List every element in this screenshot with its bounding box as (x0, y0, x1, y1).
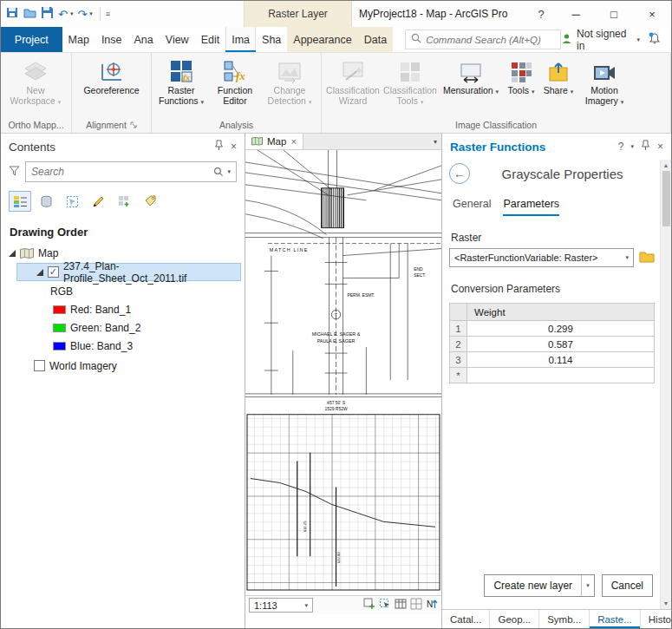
pin-icon[interactable] (214, 140, 224, 154)
select-features-icon[interactable] (379, 598, 391, 613)
redo-caret-icon[interactable]: ▾ (89, 10, 93, 17)
scroll-up-icon[interactable]: ▲ (663, 160, 669, 171)
map-view-tab[interactable]: Map × (245, 134, 303, 149)
table-row[interactable]: 1 0.299 (450, 321, 655, 337)
mensuration-button[interactable]: Mensuration ▾ (439, 55, 503, 97)
table-row[interactable]: 3 0.114 (450, 352, 655, 368)
tab-data[interactable]: Data (358, 27, 393, 52)
alignment-dialog-launcher-icon[interactable] (130, 120, 137, 130)
tab-appearance[interactable]: Appearance (287, 27, 357, 52)
function-editor-button[interactable]: fx Function Editor (208, 55, 262, 106)
contents-search[interactable]: ▾ (25, 161, 237, 182)
create-new-layer-caret-icon[interactable]: ▾ (581, 575, 594, 596)
back-button[interactable]: ← (449, 163, 470, 184)
tab-data-source[interactable] (35, 191, 57, 212)
pane-help-icon[interactable]: ? (618, 141, 624, 153)
contents-search-input[interactable] (31, 166, 210, 178)
share-button[interactable]: Share ▾ (539, 55, 577, 97)
classification-wizard-button[interactable]: Classification Wizard (324, 55, 382, 106)
rgb-row: RGB (1, 282, 245, 300)
help-icon[interactable]: ? (528, 1, 554, 27)
scrollbar-thumb[interactable] (662, 171, 670, 226)
close-button[interactable]: × (633, 1, 671, 27)
tab-geoprocessing[interactable]: Geop... (490, 610, 539, 628)
command-search-input[interactable] (426, 35, 555, 45)
raster-functions-button[interactable]: fx Raster Functions ▾ (154, 55, 208, 108)
table-row[interactable]: * (450, 368, 655, 383)
tab-catalog[interactable]: Catal... (442, 610, 490, 628)
tab-snapping[interactable] (113, 191, 135, 212)
attribute-table-icon[interactable] (395, 598, 407, 613)
expanded-caret-icon[interactable] (8, 249, 16, 257)
scroll-down-icon[interactable]: ▼ (663, 598, 669, 609)
layer-row-raster[interactable]: ✓ 237.4_Plan-Profile_Sheet_Oct_2011.tif (16, 263, 241, 281)
pixel-grid-icon[interactable] (410, 598, 422, 613)
tab-drawing-order[interactable] (9, 191, 31, 212)
tab-general[interactable]: General (453, 198, 491, 216)
save-project-icon[interactable] (41, 6, 54, 22)
share-caret-icon: ▾ (571, 88, 574, 95)
expanded-caret-icon[interactable] (36, 268, 43, 276)
classification-tools-button[interactable]: Classification Tools ▾ (382, 55, 439, 108)
tab-project[interactable]: Project (1, 27, 62, 52)
tab-labeling[interactable] (139, 191, 161, 212)
band-row-blue[interactable]: Blue: Band_3 (1, 337, 245, 355)
table-row[interactable]: 2 0.587 (450, 337, 655, 352)
north-arrow-icon[interactable]: N (426, 598, 438, 613)
redo-icon[interactable]: ↷ (77, 8, 87, 21)
maximize-button[interactable]: □ (595, 1, 633, 27)
tab-share[interactable]: Sha (256, 27, 287, 52)
world-imagery-checkbox-unchecked[interactable] (34, 360, 45, 371)
tab-symbology[interactable]: Symb... (539, 610, 590, 628)
band-row-green[interactable]: Green: Band_2 (1, 318, 245, 337)
customize-toolbar-icon[interactable]: ≡ (106, 10, 110, 18)
map-tab-close-icon[interactable]: × (290, 136, 296, 147)
weight-value[interactable] (467, 368, 655, 383)
tab-imagery[interactable]: Ima (225, 27, 256, 52)
weight-value[interactable]: 0.299 (467, 321, 655, 337)
sign-in-status[interactable]: Not signed in ▾ (561, 28, 640, 52)
tab-editing[interactable] (87, 191, 109, 212)
georeference-button[interactable]: Georeference (76, 55, 147, 95)
tab-strip-caret-icon[interactable]: ▾ (434, 138, 441, 146)
tab-parameters[interactable]: Parameters (503, 198, 559, 216)
add-data-icon[interactable] (363, 598, 375, 613)
pane-close-icon[interactable]: × (657, 141, 663, 153)
pane-menu-caret-icon[interactable]: ▾ (630, 143, 634, 150)
notifications-bell-icon[interactable] (649, 32, 661, 48)
raster-layer-checkbox-checked[interactable]: ✓ (48, 266, 59, 278)
tab-map[interactable]: Map (62, 27, 95, 52)
motion-imagery-button[interactable]: Motion Imagery ▾ (577, 55, 631, 108)
tab-history[interactable]: History (641, 610, 672, 628)
weight-value[interactable]: 0.114 (467, 352, 655, 368)
change-detection-button[interactable]: Change Detection ▾ (262, 55, 317, 108)
contents-close-icon[interactable]: × (231, 141, 237, 153)
undo-caret-icon[interactable]: ▾ (70, 10, 74, 17)
layer-row-world-imagery[interactable]: World Imagery (1, 357, 245, 375)
map-canvas[interactable]: MATCH LINE PERM. ESMT. T MICHAEL E. SAGE… (245, 150, 441, 595)
scale-selector[interactable]: 1:113 ▾ (249, 598, 313, 613)
tab-insert[interactable]: Inse (95, 27, 128, 52)
pane-scrollbar[interactable]: ▲ ▼ (660, 160, 671, 609)
filter-icon[interactable] (9, 166, 20, 179)
pane-pin-icon[interactable] (641, 140, 650, 154)
tab-edit[interactable]: Edit (195, 27, 226, 52)
cancel-button[interactable]: Cancel (602, 574, 653, 597)
tab-view[interactable]: View (160, 27, 195, 52)
minimize-button[interactable]: ─ (557, 1, 595, 27)
tab-selection[interactable] (61, 191, 83, 212)
browse-folder-icon[interactable] (639, 251, 655, 265)
contents-search-caret-icon[interactable]: ▾ (227, 168, 231, 175)
tab-raster-functions[interactable]: Raste... (590, 610, 641, 628)
band-row-red[interactable]: Red: Band_1 (1, 300, 245, 318)
open-project-icon[interactable] (23, 6, 36, 22)
command-search[interactable] (405, 29, 561, 49)
tab-analysis[interactable]: Ana (128, 27, 160, 52)
create-new-layer-button[interactable]: Create new layer ▾ (484, 574, 594, 597)
undo-icon[interactable]: ↶ (58, 8, 68, 21)
raster-variable-dropdown[interactable]: <RasterFunctionVariable: Raster> ▾ (449, 248, 634, 267)
tools-button[interactable]: Tools ▾ (503, 55, 539, 97)
new-workspace-button[interactable]: New Workspace ▾ (3, 55, 68, 108)
new-project-icon[interactable] (6, 6, 19, 22)
weight-value[interactable]: 0.587 (467, 337, 655, 352)
